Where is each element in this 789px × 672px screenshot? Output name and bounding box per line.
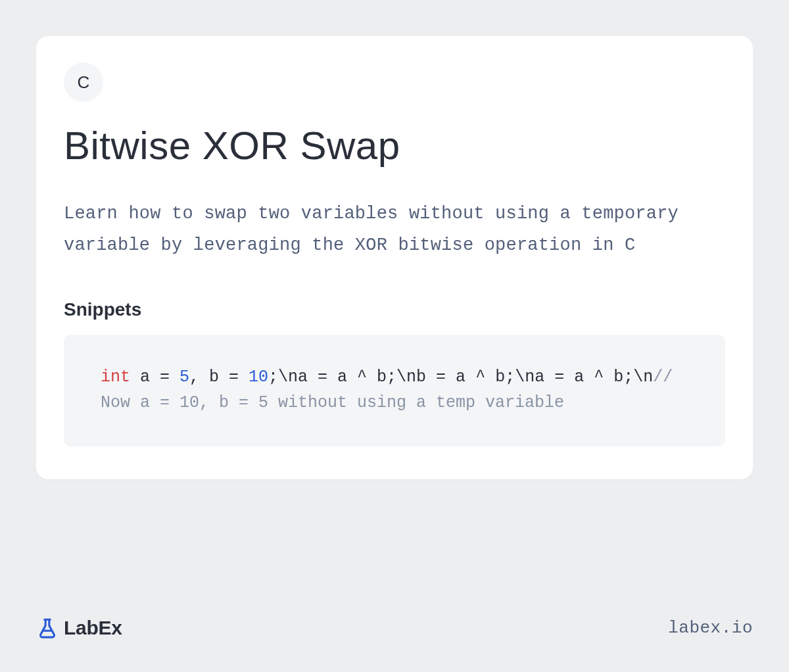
flask-icon <box>36 617 59 639</box>
code-snippet: int a = 5, b = 10;\na = a ^ b;\nb = a ^ … <box>64 335 725 446</box>
page-title: Bitwise XOR Swap <box>64 124 725 168</box>
site-label: labex.io <box>668 618 753 638</box>
snippets-heading: Snippets <box>64 299 725 320</box>
language-badge: C <box>64 62 103 102</box>
brand-name: LabEx <box>64 617 122 639</box>
brand: LabEx <box>36 617 122 639</box>
content-card: C Bitwise XOR Swap Learn how to swap two… <box>36 36 753 479</box>
language-badge-label: C <box>78 72 90 93</box>
description-text: Learn how to swap two variables without … <box>64 198 725 261</box>
footer: LabEx labex.io <box>36 617 753 639</box>
